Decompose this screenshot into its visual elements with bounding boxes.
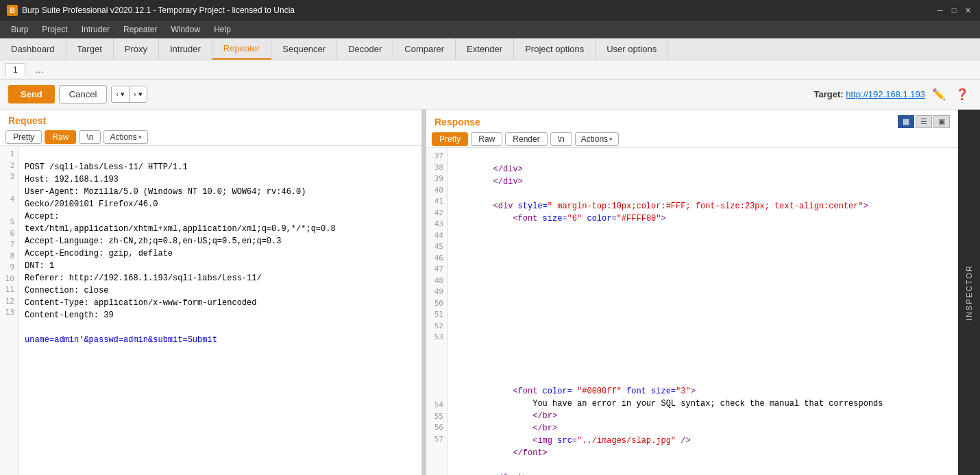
navigation-arrows: ‹ ▾ › ▾ [111,86,147,103]
minimize-button[interactable]: ─ [935,5,946,16]
tab-project-options[interactable]: Project options [514,38,596,60]
window-title: Burp Suite Professional v2020.12.1 - Tem… [22,5,295,15]
app-icon: B [7,5,18,16]
response-toolbar: Pretty Raw Render \n Actions ▾ [426,131,958,148]
request-pane: Request Pretty Raw \n Actions ▾ 1 2 3 4 … [0,110,424,475]
request-actions-dropdown[interactable]: Actions ▾ [103,130,147,144]
request-pretty-btn[interactable]: Pretty [5,130,42,144]
maximize-button[interactable]: □ [948,5,959,16]
response-code-area[interactable]: 37 38 39 40 41 42 43 44 45 46 47 48 49 5… [426,148,958,475]
inspector-panel[interactable]: INSPECTOR [958,110,980,475]
cancel-button[interactable]: Cancel [59,85,107,103]
request-code-area[interactable]: 1 2 3 4 5 6 7 8 9 10 11 12 13 POST /sqli… [0,146,421,475]
menu-help[interactable]: Help [207,23,238,36]
next-button[interactable]: › ▾ [130,86,147,102]
menu-burp[interactable]: Burp [4,23,35,36]
response-render-btn[interactable]: Render [505,132,547,146]
view-panel-button[interactable]: ▣ [933,115,950,128]
request-title: Request [0,110,421,129]
tab-target[interactable]: Target [66,38,114,60]
response-raw-btn[interactable]: Raw [471,132,502,146]
request-hex-btn[interactable]: \n [79,130,101,144]
inspector-label: INSPECTOR [965,265,973,321]
response-pane: Response ▦ ☰ ▣ Pretty Raw Render \n Acti… [426,110,958,475]
request-toolbar: Pretty Raw \n Actions ▾ [0,129,421,146]
repeater-toolbar: Send Cancel ‹ ▾ › ▾ Target: http://192.1… [0,80,980,110]
nav-tabbar: Dashboard Target Proxy Intruder Repeater… [0,38,980,60]
target-label: Target: http://192.168.1.193 [814,89,925,99]
response-pretty-btn[interactable]: Pretty [432,132,468,146]
send-button[interactable]: Send [8,85,55,103]
prev-button[interactable]: ‹ ▾ [112,86,130,102]
menubar: Burp Project Intruder Repeater Window He… [0,21,980,38]
repeater-tab-1[interactable]: 1 [5,63,25,77]
view-list-button[interactable]: ☰ [916,115,932,128]
repeater-session-tabs: 1 … [0,60,980,80]
repeater-tab-dots[interactable]: … [28,63,51,77]
menu-intruder[interactable]: Intruder [75,23,117,36]
response-title: Response [434,117,480,127]
view-toggle-buttons: ▦ ☰ ▣ [898,115,950,128]
tab-proxy[interactable]: Proxy [114,38,159,60]
edit-target-button[interactable]: ✏️ [929,86,948,102]
tab-repeater[interactable]: Repeater [212,38,271,60]
help-button[interactable]: ❓ [953,86,972,102]
request-line-numbers: 1 2 3 4 5 6 7 8 9 10 11 12 13 [0,146,19,475]
request-raw-btn[interactable]: Raw [45,130,76,144]
tab-decoder[interactable]: Decoder [337,38,393,60]
tab-extender[interactable]: Extender [456,38,514,60]
menu-window[interactable]: Window [164,23,207,36]
response-header-row: Response ▦ ☰ ▣ [426,110,958,131]
tab-comparer[interactable]: Comparer [393,38,456,60]
titlebar: B Burp Suite Professional v2020.12.1 - T… [0,0,980,21]
view-split-horizontal-button[interactable]: ▦ [898,115,914,128]
response-code-content[interactable]: </div> </div> <div style=" margin-top:10… [448,148,958,475]
actions-chevron-icon: ▾ [138,134,142,141]
menu-project[interactable]: Project [35,23,74,36]
main-content: Request Pretty Raw \n Actions ▾ 1 2 3 4 … [0,110,980,475]
close-button[interactable]: ✕ [962,5,973,16]
response-hex-btn[interactable]: \n [550,132,572,146]
target-url: http://192.168.1.193 [846,89,925,99]
response-line-numbers: 37 38 39 40 41 42 43 44 45 46 47 48 49 5… [426,148,448,475]
request-code-content[interactable]: POST /sqli-labs/Less-11/ HTTP/1.1 Host: … [19,146,421,475]
response-actions-chevron-icon: ▾ [609,136,613,143]
tab-dashboard[interactable]: Dashboard [0,38,66,60]
tab-user-options[interactable]: User options [596,38,668,60]
response-actions-dropdown[interactable]: Actions ▾ [575,132,619,146]
tab-intruder[interactable]: Intruder [159,38,212,60]
menu-repeater[interactable]: Repeater [117,23,164,36]
window-controls: ─ □ ✕ [935,5,973,16]
tab-sequencer[interactable]: Sequencer [271,38,337,60]
